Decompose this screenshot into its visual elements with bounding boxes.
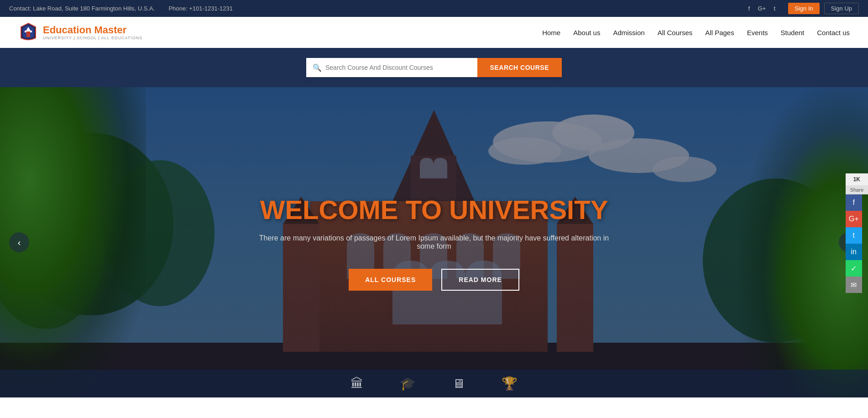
hero-content: WELCOME TO UNIVERSITY There are many var… (242, 194, 626, 291)
hero-title: WELCOME TO UNIVERSITY (251, 194, 617, 225)
top-bar-right: f G+ t Sign In Sign Up (744, 3, 859, 14)
strip-icon-building: 🏛 (350, 376, 363, 391)
phone-info: Phone: +101-1231-1231 (168, 5, 233, 12)
nav-all-pages[interactable]: All Pages (705, 29, 734, 37)
main-nav: Home About us Admission All Courses All … (542, 29, 850, 37)
signup-button[interactable]: Sign Up (824, 3, 859, 14)
hero-section: ‹ WELCOME TO UNIVERSITY There are many v… (0, 87, 868, 397)
logo[interactable]: Education Master UNIVERSITY | SCHOOL | A… (18, 22, 142, 42)
nav-events[interactable]: Events (747, 29, 768, 37)
nav-home[interactable]: Home (542, 29, 560, 37)
search-icon: 🔍 (313, 63, 322, 72)
nav-student[interactable]: Student (781, 29, 805, 37)
logo-icon (18, 22, 38, 42)
hero-buttons: ALL COURSES READ MORE (251, 269, 617, 291)
nav-admission[interactable]: Admission (613, 29, 644, 37)
logo-title: Education Master (43, 25, 142, 36)
carousel-arrow-left[interactable]: ‹ (9, 232, 29, 252)
strip-icon-screen: 🖥 (452, 376, 465, 391)
share-twitter-button[interactable]: t (846, 227, 862, 244)
nav-about[interactable]: About us (573, 29, 600, 37)
search-input[interactable] (306, 58, 477, 77)
twitter-icon[interactable]: t (770, 4, 779, 13)
read-more-button[interactable]: READ MORE (441, 269, 519, 291)
search-bar-section: 🔍 SEARCH COURSE (0, 48, 868, 87)
social-share-sidebar: 1K Share f G+ t in ✓ ✉ (846, 173, 868, 293)
logo-text: Education Master UNIVERSITY | SCHOOL | A… (43, 25, 142, 40)
top-bar: Contact: Lake Road, Suite 180 Farmington… (0, 0, 868, 17)
all-courses-button[interactable]: ALL COURSES (349, 269, 432, 291)
nav-all-courses[interactable]: All Courses (658, 29, 693, 37)
share-whatsapp-button[interactable]: ✓ (846, 260, 862, 277)
search-bar-wrapper: 🔍 SEARCH COURSE (306, 58, 562, 77)
contact-info: Contact: Lake Road, Suite 180 Farmington… (9, 5, 155, 12)
nav-contact[interactable]: Contact us (817, 29, 850, 37)
svg-rect-0 (26, 31, 30, 37)
logo-subtitle: UNIVERSITY | SCHOOL | ALL EDUCATIONS (43, 36, 142, 40)
share-label: Share (846, 185, 868, 194)
strip-icon-trophy: 🏆 (502, 376, 518, 391)
bottom-icon-strip: 🏛 🎓 🖥 🏆 (0, 370, 868, 397)
share-googleplus-button[interactable]: G+ (846, 211, 862, 227)
header: Education Master UNIVERSITY | SCHOOL | A… (0, 17, 868, 48)
googleplus-icon[interactable]: G+ (757, 4, 766, 13)
top-social-icons: f G+ t (744, 4, 779, 13)
facebook-icon[interactable]: f (744, 4, 753, 13)
share-email-button[interactable]: ✉ (846, 277, 862, 293)
search-button[interactable]: SEARCH COURSE (477, 58, 562, 77)
hero-subtitle: There are many variations of passages of… (251, 234, 617, 251)
top-bar-left: Contact: Lake Road, Suite 180 Farmington… (9, 5, 233, 12)
share-count: 1K (846, 173, 868, 185)
share-facebook-button[interactable]: f (846, 194, 862, 211)
search-input-wrap: 🔍 (306, 58, 477, 77)
share-linkedin-button[interactable]: in (846, 244, 862, 260)
strip-icon-graduation: 🎓 (400, 376, 416, 391)
signin-button[interactable]: Sign In (788, 3, 819, 14)
